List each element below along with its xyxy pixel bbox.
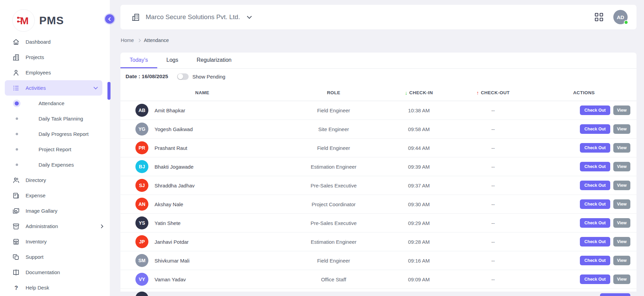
table-row: YGYogesh GaikwadSite Engineer09:58 AM--C…	[120, 120, 636, 139]
name-cell: PRPrashant Raut	[120, 141, 284, 154]
employee-name: Shivkumar Mali	[155, 258, 190, 264]
check-out-value: --	[455, 201, 531, 207]
check-out-value: --	[455, 164, 531, 170]
book-icon	[12, 269, 20, 276]
sidebar-item-expense[interactable]: Expense	[0, 188, 110, 203]
column-label: NAME	[195, 90, 209, 95]
sidebar-subitem-daily-expenses[interactable]: Daily Expenses	[0, 157, 110, 172]
sidebar-item-label: Administration	[26, 223, 58, 229]
employee-role: Site Engineer	[284, 126, 383, 132]
view-button[interactable]: View	[613, 162, 630, 171]
view-button[interactable]: View	[613, 199, 630, 209]
sidebar-collapse-button[interactable]	[105, 14, 114, 24]
view-button[interactable]: View	[613, 105, 630, 115]
tab-regularization[interactable]: Regularization	[187, 53, 240, 68]
archive-icon	[12, 223, 20, 230]
avatar: SJ	[135, 179, 148, 192]
column-header-check-out[interactable]: ↑CHECK-OUT	[455, 90, 531, 96]
attendance-table: NAMEROLE↓CHECK-IN↑CHECK-OUTACTIONS ABAmi…	[120, 84, 636, 296]
check-out-button[interactable]: Check Out	[580, 105, 610, 115]
column-header-check-in[interactable]: ↓CHECK-IN	[383, 90, 455, 96]
table-row: VYVaman YadavOffice Staff09:09 AM--Check…	[120, 270, 636, 289]
sidebar-item-documentation[interactable]: Documentation	[0, 265, 110, 280]
check-in-time: 09:44 AM	[383, 145, 455, 151]
sidebar-item-help-desk[interactable]: ?Help Desk	[0, 280, 110, 295]
view-button[interactable]: View	[613, 237, 630, 246]
table-header: NAMEROLE↓CHECK-IN↑CHECK-OUTACTIONS	[120, 84, 636, 101]
apps-grid-icon[interactable]	[595, 13, 603, 21]
sidebar-item-label: Inventory	[26, 239, 47, 244]
avatar: YG	[135, 123, 148, 136]
check-in-time: 09:16 AM	[383, 258, 455, 264]
company-selector[interactable]: Marco Secure Solutions Pvt. Ltd.	[131, 13, 251, 22]
check-out-button[interactable]: Check Out	[580, 274, 610, 284]
sidebar-item-label: Expense	[26, 193, 45, 198]
sort-arrow-up-icon: ↑	[477, 90, 479, 96]
sidebar-item-administration[interactable]: Administration	[0, 219, 110, 234]
actions-cell: Check OutView	[531, 105, 636, 115]
sidebar-item-support[interactable]: Support	[0, 249, 110, 265]
employee-name: Bhakti Jogawade	[155, 164, 193, 170]
check-in-time: 09:30 AM	[383, 201, 455, 207]
check-in-time: 10:38 AM	[383, 108, 455, 113]
check-out-button[interactable]: Check Out	[580, 256, 610, 265]
view-button[interactable]: View	[613, 143, 630, 153]
check-out-button[interactable]: Check Out	[600, 293, 630, 296]
table-body: ABAmit BhapkarField Engineer10:38 AM--Ch…	[120, 101, 636, 296]
sidebar-item-inventory[interactable]: Inventory	[0, 234, 110, 249]
sidebar-item-projects[interactable]: Projects	[0, 50, 110, 65]
building-icon	[131, 13, 140, 22]
check-out-button[interactable]: Check Out	[580, 199, 610, 209]
top-header: Marco Secure Solutions Pvt. Ltd. AD	[120, 5, 636, 29]
avatar: JP	[135, 235, 148, 248]
check-out-button[interactable]: Check Out	[580, 143, 610, 153]
building-icon	[12, 54, 20, 61]
show-pending-toggle[interactable]	[177, 73, 189, 80]
check-out-button[interactable]: Check Out	[580, 162, 610, 171]
sidebar-item-label: Projects	[26, 54, 44, 60]
employee-name: Amit Bhapkar	[155, 108, 185, 113]
show-pending-label: Show Pending	[192, 74, 225, 80]
check-out-button[interactable]: Check Out	[580, 124, 610, 134]
check-in-time: 09:09 AM	[383, 277, 455, 282]
sidebar-item-label: Directory	[26, 177, 46, 183]
people-icon	[12, 177, 20, 184]
check-out-button[interactable]: Check Out	[580, 218, 610, 228]
name-cell: VYVaman Yadav	[120, 273, 284, 286]
table-row: BJBhakti JogawadeEstimation Engineer09:3…	[120, 157, 636, 176]
sidebar-subitem-daily-progress-report[interactable]: Daily Progress Report	[0, 126, 110, 142]
table-row: SMShivkumar MaliField Engineer09:16 AM--…	[120, 251, 636, 270]
view-button[interactable]: View	[613, 124, 630, 134]
check-out-value: --	[455, 108, 531, 113]
filter-row: Date : 16/08/2025 Show Pending	[120, 69, 636, 84]
sidebar-subitem-label: Daily Expenses	[39, 162, 74, 168]
tab-today-s[interactable]: Today's	[120, 53, 157, 68]
sidebar-item-dashboard[interactable]: Dashboard	[0, 34, 110, 50]
view-button[interactable]: View	[613, 274, 630, 284]
sidebar-item-activities[interactable]: Activities	[5, 80, 102, 96]
view-button[interactable]: View	[613, 218, 630, 228]
company-logo-icon: M	[12, 9, 35, 32]
sidebar-subitem-daily-task-planning[interactable]: Daily Task Planning	[0, 111, 110, 126]
sidebar-item-directory[interactable]: Directory	[0, 172, 110, 188]
actions-cell: Check OutView	[531, 162, 636, 171]
sidebar-item-image-gallary[interactable]: Image Gallary	[0, 203, 110, 219]
user-avatar[interactable]: AD	[613, 10, 628, 24]
date-label: Date : 16/08/2025	[126, 73, 168, 80]
sidebar-item-employees[interactable]: Employees	[0, 65, 110, 80]
table-row: YSYatin ShetePre-Sales Executive09:29 AM…	[120, 214, 636, 232]
tab-logs[interactable]: Logs	[157, 53, 188, 68]
app-title: PMS	[39, 14, 64, 27]
check-out-button[interactable]: Check Out	[580, 237, 610, 246]
view-button[interactable]: View	[613, 181, 630, 190]
table-row: ABAmit BhapkarField Engineer10:38 AM--Ch…	[120, 101, 636, 120]
bullet-dot-icon	[16, 133, 18, 135]
view-button[interactable]: View	[613, 256, 630, 265]
sidebar-subitem-project-report[interactable]: Project Report	[0, 142, 110, 157]
check-out-button[interactable]: Check Out	[580, 181, 610, 190]
employee-role: Pre-Sales Executive	[284, 220, 383, 226]
svg-text:M: M	[20, 15, 29, 26]
receipt-icon	[12, 192, 20, 199]
sidebar-subitem-attendance[interactable]: Attendance	[0, 96, 110, 111]
breadcrumb-home[interactable]: Home	[121, 38, 134, 43]
